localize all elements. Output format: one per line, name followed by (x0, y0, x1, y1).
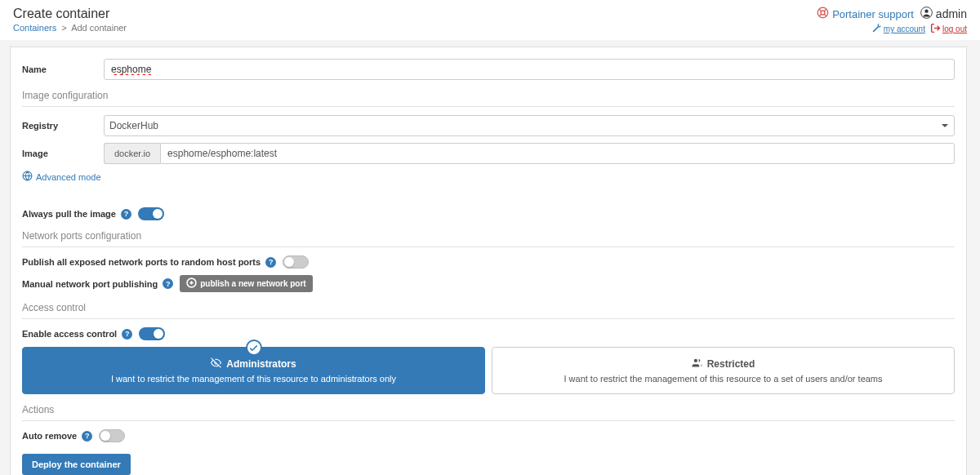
registry-select[interactable]: DockerHub (104, 115, 955, 136)
user-icon (920, 7, 933, 21)
support-link[interactable]: Portainer support (817, 7, 914, 21)
deploy-button[interactable]: Deploy the container (22, 454, 131, 475)
name-label: Name (22, 64, 104, 74)
name-input[interactable] (104, 59, 955, 80)
enable-access-toggle[interactable] (139, 327, 165, 340)
administrators-card[interactable]: Administrators I want to restrict the ma… (22, 347, 485, 394)
network-ports-header: Network ports configuration (22, 230, 955, 247)
check-icon (246, 340, 262, 356)
advanced-mode-link[interactable]: Advanced mode (22, 171, 101, 183)
my-account-link[interactable]: my account (871, 23, 925, 35)
admin-card-desc: I want to restrict the management of thi… (33, 374, 474, 384)
manual-publish-label: Manual network port publishing (22, 279, 158, 289)
breadcrumb-current: Add container (71, 23, 127, 33)
enable-access-label: Enable access control (22, 329, 117, 339)
image-prefix: docker.io (104, 143, 160, 164)
svg-point-15 (693, 359, 697, 362)
globe-icon (22, 171, 33, 183)
help-icon[interactable]: ? (265, 257, 276, 268)
image-input[interactable] (160, 143, 955, 164)
lifebuoy-icon (817, 7, 829, 21)
access-control-header: Access control (22, 302, 955, 319)
users-icon (692, 357, 702, 371)
always-pull-label: Always pull the image (22, 209, 116, 219)
restricted-card-title: Restricted (707, 358, 755, 370)
page-title: Create container (13, 7, 127, 21)
publish-all-toggle[interactable] (283, 255, 309, 269)
help-icon[interactable]: ? (122, 329, 132, 340)
svg-point-1 (821, 11, 825, 15)
support-label: Portainer support (832, 8, 914, 20)
advanced-mode-label: Advanced mode (36, 172, 101, 182)
account-label: my account (884, 24, 925, 33)
logout-icon (930, 23, 941, 35)
breadcrumb-parent[interactable]: Containers (13, 23, 56, 33)
page-header: Create container Containers > Add contai… (0, 0, 980, 40)
restricted-card-desc: I want to restrict the management of thi… (502, 374, 944, 384)
auto-remove-toggle[interactable] (99, 429, 125, 442)
admin-card-title: Administrators (226, 358, 296, 370)
publish-port-button[interactable]: publish a new network port (180, 275, 312, 292)
publish-all-label: Publish all exposed network ports to ran… (22, 257, 261, 267)
svg-line-5 (819, 14, 822, 16)
user-label: admin (920, 7, 967, 21)
svg-line-3 (824, 14, 826, 16)
breadcrumb: Containers > Add container (13, 23, 127, 33)
eye-off-icon (211, 357, 221, 371)
breadcrumb-separator: > (61, 23, 66, 33)
logout-link[interactable]: log out (930, 23, 967, 35)
help-icon[interactable]: ? (82, 431, 92, 442)
help-icon[interactable]: ? (121, 209, 131, 220)
svg-point-7 (924, 9, 928, 12)
username: admin (936, 7, 967, 20)
svg-line-4 (824, 9, 826, 11)
main-panel: Name Image configuration Registry Docker… (10, 47, 967, 475)
registry-label: Registry (22, 121, 104, 131)
plus-icon (186, 277, 197, 290)
always-pull-toggle[interactable] (138, 207, 164, 220)
help-icon[interactable]: ? (163, 278, 173, 289)
image-config-header: Image configuration (22, 90, 955, 107)
image-label: Image (22, 149, 104, 158)
logout-label: log out (942, 24, 967, 33)
auto-remove-label: Auto remove (22, 431, 77, 441)
publish-button-label: publish a new network port (200, 279, 305, 288)
svg-line-2 (819, 9, 822, 11)
actions-header: Actions (22, 404, 955, 421)
restricted-card[interactable]: Restricted I want to restrict the manage… (492, 347, 955, 394)
wrench-icon (871, 23, 882, 35)
